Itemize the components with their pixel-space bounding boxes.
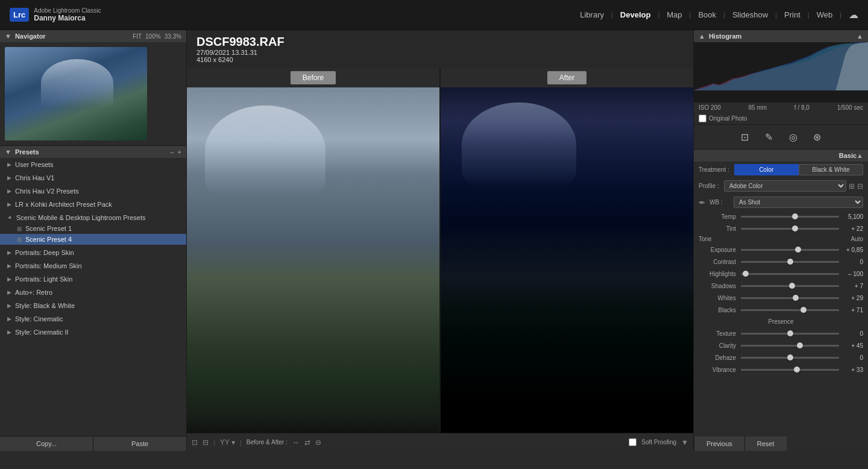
after-label-button[interactable]: After — [547, 71, 587, 84]
file-dimensions: 4160 x 6240 — [197, 56, 285, 63]
preset-portraits-medium-item[interactable]: ▶ Portraits: Medium Skin — [0, 260, 186, 271]
contrast-label: Contrast — [699, 259, 741, 265]
soft-proofing-checkbox[interactable] — [629, 438, 637, 446]
color-treatment-button[interactable]: Color — [734, 164, 799, 175]
nav-library[interactable]: Library — [573, 10, 611, 19]
contrast-slider[interactable] — [741, 257, 839, 266]
basic-collapse-arrow[interactable]: ▲ — [857, 152, 863, 159]
nav-web[interactable]: Web — [810, 10, 840, 19]
center-panel: DSCF9983.RAF 27/09/2021 13.31.31 4160 x … — [187, 30, 693, 451]
tint-slider[interactable] — [741, 224, 839, 233]
highlights-slider[interactable] — [741, 269, 839, 278]
preset-group-portraits-light: ▶ Portraits: Light Skin — [0, 272, 186, 286]
mask-tool-icon[interactable]: ⊛ — [810, 130, 825, 144]
profile-list-icon[interactable]: ⊟ — [857, 182, 863, 190]
whites-slider[interactable] — [741, 294, 839, 302]
preset-file-icon: ⊞ — [17, 225, 22, 232]
yy-icon[interactable]: YY ▾ — [220, 438, 235, 447]
preset-group-chrishau2: ▶ Chris Hau V2 Presets — [0, 184, 186, 198]
healing-tool-icon[interactable]: ✎ — [762, 130, 776, 144]
preset-group-kohki-item[interactable]: ▶ LR x Kohki Architect Preset Pack — [0, 199, 186, 210]
preset-scenic4[interactable]: ⊞ Scenic Preset 4 — [0, 234, 186, 245]
after-label-bar: After — [441, 68, 693, 87]
preset-auto-retro-item[interactable]: ▶ Auto+: Retro — [0, 287, 186, 298]
dehaze-slider[interactable] — [741, 353, 839, 362]
nav-map[interactable]: Map — [659, 10, 689, 19]
preset-group-style-cinematic: ▶ Style: Cinematic — [0, 312, 186, 326]
presets-collapse-arrow[interactable]: ▼ — [5, 148, 11, 156]
profile-grid-icon[interactable]: ⊞ — [849, 182, 855, 190]
preset-portraits-light-item[interactable]: ▶ Portraits: Light Skin — [0, 274, 186, 285]
histogram-up-arrow[interactable]: ▲ — [857, 33, 863, 40]
exposure-slider[interactable] — [741, 245, 839, 254]
chevron-right-icon: ▶ — [7, 201, 11, 207]
tool-icons-bar: ⊡ ✎ ◎ ⊛ — [694, 124, 868, 150]
vibrance-row: Vibrance + 33 — [694, 364, 868, 376]
hist-shutter: 1/500 sec — [837, 104, 863, 111]
preset-file-icon: ⊞ — [17, 236, 22, 243]
reset-button[interactable]: Reset — [744, 436, 787, 451]
presets-minus[interactable]: – — [170, 148, 174, 156]
before-label-bar: Before — [187, 68, 439, 87]
chevron-right-icon: ▶ — [7, 276, 11, 282]
tone-header-row: Tone Auto — [694, 234, 868, 244]
preset-group-chrishauv1[interactable]: ▶ Chris Hau V1 — [0, 172, 186, 183]
temp-slider[interactable] — [741, 212, 839, 221]
histogram-collapse-arrow[interactable]: ▲ — [699, 33, 705, 40]
preset-group-chrishauv2[interactable]: ▶ Chris Hau V2 Presets — [0, 186, 186, 197]
split-icon[interactable]: ⊖ — [315, 438, 321, 447]
shadows-slider[interactable] — [741, 282, 839, 290]
previous-button[interactable]: Previous — [694, 436, 744, 451]
before-after-label: Before & After : — [247, 439, 288, 445]
copy-button[interactable]: Copy... — [0, 436, 93, 451]
presets-header: ▼ Presets – + — [0, 146, 186, 158]
eyedropper-icon[interactable]: ✒ — [699, 198, 706, 207]
texture-slider[interactable] — [741, 329, 839, 338]
crop-icon[interactable]: ⊡ — [192, 438, 198, 447]
presets-plus[interactable]: + — [178, 148, 181, 156]
fit-label[interactable]: FIT — [133, 33, 142, 40]
wb-select[interactable]: As Shot — [734, 197, 863, 208]
navigator-collapse-arrow[interactable]: ▼ — [5, 33, 11, 40]
crop-tool-icon[interactable]: ⊡ — [738, 130, 752, 144]
preset-style-cinematic2-item[interactable]: ▶ Style: Cinematic II — [0, 327, 186, 338]
exposure-label: Exposure — [699, 247, 741, 253]
preset-style-bw-item[interactable]: ▶ Style: Black & White — [0, 300, 186, 311]
toolbar-expand-icon[interactable]: ▼ — [681, 438, 688, 447]
copy-settings-icon[interactable]: ⇄ — [304, 438, 310, 447]
nav-print[interactable]: Print — [777, 10, 808, 19]
nav-slideshow[interactable]: Slideshow — [725, 10, 775, 19]
bw-treatment-button[interactable]: Black & White — [799, 164, 863, 175]
original-photo-label: Original Photo — [709, 115, 747, 122]
preset-style-cinematic-item[interactable]: ▶ Style: Cinematic — [0, 313, 186, 324]
cloud-icon[interactable]: ☁ — [849, 9, 858, 20]
preset-group-scenic-item[interactable]: ▼ Scenic Mobile & Desktop Lightroom Pres… — [0, 212, 186, 223]
nav-develop[interactable]: Develop — [613, 10, 658, 19]
auto-button[interactable]: Auto — [851, 236, 863, 242]
histogram-canvas — [694, 42, 868, 102]
blacks-slider[interactable] — [741, 306, 839, 314]
clarity-slider[interactable] — [741, 341, 839, 350]
preset-group-user: ▶ User Presets — [0, 158, 186, 171]
panel-bottom-buttons: Copy... Paste — [0, 436, 186, 451]
zoom1-label[interactable]: 100% — [145, 33, 161, 40]
preset-scenic1[interactable]: ⊞ Scenic Preset 1 — [0, 223, 186, 234]
profile-select[interactable]: Adobe Color — [724, 180, 846, 192]
blacks-row: Blacks + 71 — [694, 304, 868, 316]
preset-portraits-deep-item[interactable]: ▶ Portraits: Deep Skin — [0, 247, 186, 258]
redeye-tool-icon[interactable]: ◎ — [786, 130, 800, 144]
vibrance-slider[interactable] — [741, 365, 839, 374]
grid-icon[interactable]: ⊟ — [203, 438, 209, 447]
original-photo-checkbox[interactable] — [699, 115, 706, 122]
preset-group-user-presets[interactable]: ▶ User Presets — [0, 159, 186, 170]
nav-book[interactable]: Book — [691, 10, 723, 19]
hist-focal: 85 mm — [748, 104, 767, 111]
clarity-row: Clarity + 45 — [694, 339, 868, 351]
dehaze-row: Dehaze 0 — [694, 351, 868, 364]
zoom2-label[interactable]: 33.3% — [165, 33, 181, 40]
swap-icon[interactable]: ↔ — [292, 438, 300, 447]
preset-group-auto-retro: ▶ Auto+: Retro — [0, 286, 186, 299]
before-label-button[interactable]: Before — [291, 71, 336, 84]
tint-label: Tint — [699, 225, 741, 232]
paste-button[interactable]: Paste — [93, 436, 186, 451]
